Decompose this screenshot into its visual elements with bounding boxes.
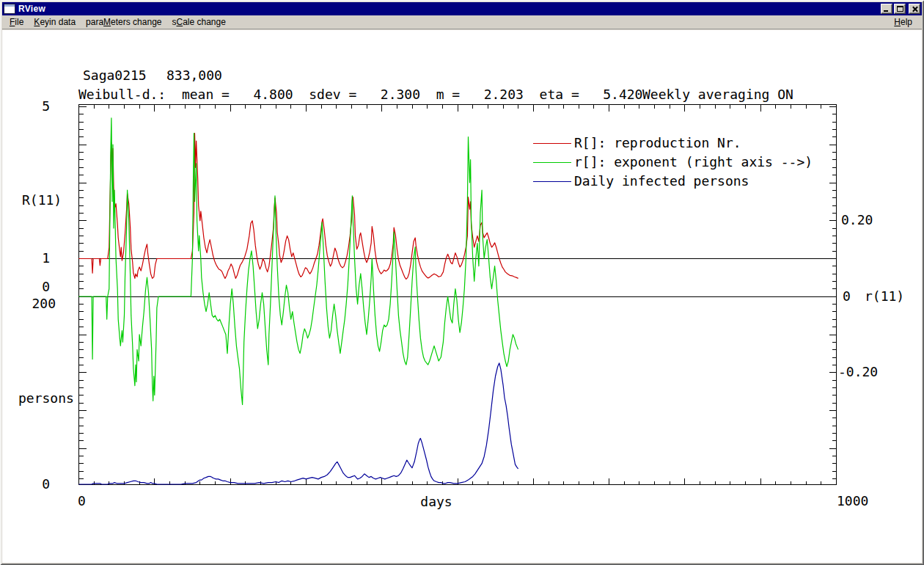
legend-item-R: R[]: reproduction Nr.	[533, 135, 741, 151]
left-axis-tick-5: 5	[0, 98, 50, 114]
legend-label-R: R[]: reproduction Nr.	[574, 135, 741, 151]
legend-label-r: r[]: exponent (right axis -->)	[574, 154, 813, 170]
right-axis-tick-minus020: -0.20	[838, 364, 878, 380]
persons-axis-tick-200: 200	[0, 296, 56, 312]
close-button[interactable]	[909, 4, 920, 14]
dataset-name: Saga0215	[83, 68, 147, 84]
left-axis-tick-0: 0	[0, 279, 50, 295]
left-axis-tick-1: 1	[0, 250, 50, 266]
menu-parameters-change[interactable]: paraMeters change	[81, 15, 166, 29]
x-axis-label: days	[405, 494, 468, 510]
title-bar[interactable]: RView	[2, 2, 922, 15]
maximize-icon	[897, 6, 903, 12]
legend-line-persons-icon	[533, 181, 571, 182]
left-axis-name: R(11)	[22, 192, 62, 208]
population-value: 833,000	[166, 68, 222, 84]
minimize-icon	[884, 10, 888, 12]
minimize-button[interactable]	[881, 4, 892, 14]
persons-axis-name: persons	[18, 390, 74, 407]
x-axis-tick-1000: 1000	[837, 493, 868, 509]
maximize-button[interactable]	[894, 4, 906, 14]
window-controls	[879, 4, 920, 14]
weekly-averaging-status: Weekly averaging ON	[642, 87, 793, 103]
legend-item-persons: Daily infected persons	[533, 173, 749, 189]
menu-scale-change[interactable]: sCale change	[167, 15, 231, 29]
x-axis-tick-0: 0	[78, 493, 86, 509]
menu-bar: File Keyin data paraMeters change sCale …	[2, 15, 922, 29]
weibull-params: Weibull-d.: mean = 4.800 sdev = 2.300 m …	[78, 87, 642, 103]
right-axis-tick-020: 0.20	[841, 212, 873, 228]
app-window: RView File Keyin data paraMeters change …	[0, 0, 924, 565]
app-icon[interactable]	[4, 4, 15, 14]
chart-area	[2, 30, 922, 563]
right-axis-tick-0: 0	[843, 288, 851, 305]
menu-help[interactable]: Help	[889, 15, 917, 29]
menu-file[interactable]: File	[4, 15, 29, 29]
window-title: RView	[18, 4, 45, 14]
persons-axis-tick-0: 0	[0, 476, 50, 492]
legend-line-r-icon	[533, 162, 571, 163]
legend-line-R-icon	[533, 143, 571, 144]
right-axis-name: r(11)	[865, 288, 904, 305]
legend-label-persons: Daily infected persons	[574, 173, 749, 189]
close-icon	[909, 4, 920, 13]
menu-keyin-data[interactable]: Keyin data	[29, 15, 81, 29]
legend-item-r: r[]: exponent (right axis -->)	[533, 154, 813, 170]
